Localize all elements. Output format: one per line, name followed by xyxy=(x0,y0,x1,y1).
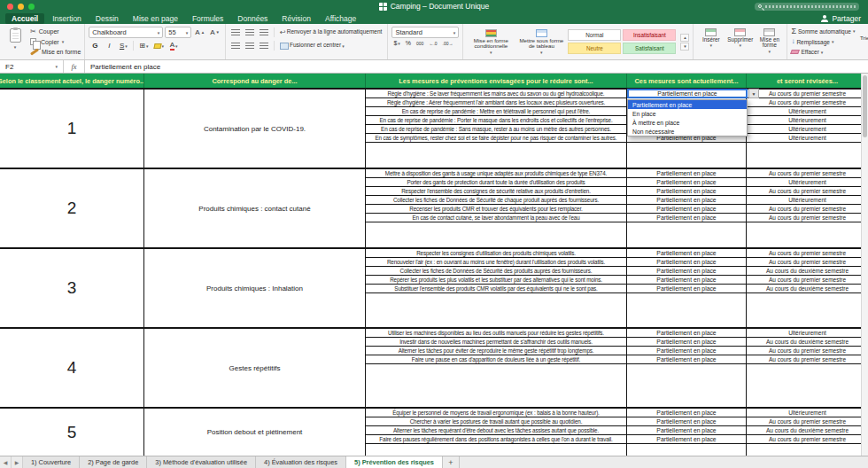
revision-cell[interactable]: Ultérieurement xyxy=(747,125,868,133)
active-cell-f2[interactable]: Partiellement en place xyxy=(627,89,748,98)
currency-format-button[interactable]: $ ▾ xyxy=(391,40,401,46)
status-cell[interactable]: Partiellement en place xyxy=(627,435,747,443)
status-cell[interactable]: Partiellement en place xyxy=(627,178,747,186)
decrease-font-button[interactable]: A ▼ xyxy=(208,27,221,38)
borders-button[interactable]: ⊞ ▾ xyxy=(137,40,150,51)
measure-cell[interactable]: Mettre à disposition des gants à usage u… xyxy=(366,169,627,177)
ribbon-tab-affichage[interactable]: Affichage xyxy=(319,13,362,24)
styles-gallery-down-button[interactable]: ▼ xyxy=(680,43,689,51)
revision-cell[interactable]: Au cours du deuxième semestre xyxy=(747,426,868,434)
header-measures[interactable]: Les mesures de préventions envisagées po… xyxy=(366,74,627,88)
revision-cell[interactable]: Au cours du premier semestre xyxy=(747,90,868,98)
revision-cell[interactable]: Au cours du premier semestre xyxy=(747,214,868,222)
underline-button[interactable]: S ▾ xyxy=(117,40,129,51)
align-right-button[interactable] xyxy=(258,40,270,51)
measure-cell[interactable]: Repérer les produits les plus volatils e… xyxy=(366,276,627,284)
dropdown-option[interactable]: Partiellement en place xyxy=(628,100,747,109)
revision-cell[interactable]: Au cours du premier semestre xyxy=(747,417,868,425)
sheet-tab-methode-evaluation[interactable]: 3) Méthode d'évaluation utilisée xyxy=(147,456,256,468)
measure-cell[interactable]: Collecter les fiches de Données de Sécur… xyxy=(366,196,627,204)
italic-button[interactable]: I xyxy=(103,40,115,51)
sheet-tab-page-de-garde[interactable]: 2) Page de garde xyxy=(80,456,147,468)
font-size-select[interactable]: 55 ▾ xyxy=(165,27,191,38)
status-cell[interactable]: Partiellement en place xyxy=(627,276,747,284)
cell-style-satisfaisant[interactable]: Satisfaisant xyxy=(623,43,676,54)
measure-cell[interactable]: Collecter les fiches de Données de Sécur… xyxy=(366,267,627,275)
dropdown-arrow-button[interactable]: ▼ xyxy=(748,89,759,98)
revision-cell[interactable]: Au cours du premier semestre xyxy=(747,169,868,177)
number-format-select[interactable]: Standard ▾ xyxy=(391,27,459,38)
revision-cell[interactable]: Au cours du premier semestre xyxy=(747,187,868,195)
measure-cell[interactable]: Alterner les tâches requérant d'être deb… xyxy=(366,426,627,434)
align-top-button[interactable] xyxy=(229,27,242,38)
share-button[interactable]: Partager xyxy=(821,14,861,23)
cut-button[interactable]: ✂ Couper xyxy=(30,27,81,36)
autosum-button[interactable]: Σ Somme automatique ▾ xyxy=(791,27,855,36)
paste-button[interactable]: ▾ xyxy=(4,27,27,57)
revision-cell[interactable]: Ultérieurement xyxy=(747,107,868,115)
align-bottom-button[interactable] xyxy=(258,27,270,38)
name-box[interactable]: F2 ▾ xyxy=(0,60,64,73)
danger-number-cell[interactable]: 2 xyxy=(0,169,144,247)
revision-cell[interactable]: Ultérieurement xyxy=(747,178,868,186)
ribbon-tab-mise-en-page[interactable]: Mise en page xyxy=(127,13,184,24)
measure-cell[interactable]: En cas de reprise de pandémie : Sans mas… xyxy=(366,125,627,133)
status-cell[interactable]: Partiellement en place xyxy=(627,249,747,257)
status-cell[interactable]: Partiellement en place xyxy=(627,355,747,363)
delete-cells-button[interactable]: Supprimer ▾ xyxy=(726,27,754,57)
insert-cells-button[interactable]: Insérer ▾ xyxy=(697,27,725,57)
header-danger[interactable]: Correspond au danger de... xyxy=(144,74,366,88)
align-middle-button[interactable] xyxy=(244,27,256,38)
revision-cell[interactable]: Au cours du premier semestre xyxy=(747,355,868,363)
revision-cell[interactable]: Ultérieurement xyxy=(747,134,868,142)
revision-cell[interactable]: Ultérieurement xyxy=(747,196,868,204)
danger-number-cell[interactable]: 3 xyxy=(0,249,144,327)
measure-cell[interactable]: Équiper le personnel de moyens de travai… xyxy=(366,409,627,417)
status-cell[interactable]: Partiellement en place xyxy=(627,258,747,266)
ribbon-tab-dessin[interactable]: Dessin xyxy=(89,13,125,24)
status-cell[interactable]: Partiellement en place xyxy=(627,329,747,337)
status-cell[interactable]: Partiellement en place xyxy=(627,347,747,355)
revision-cell[interactable]: Au cours du premier semestre xyxy=(747,276,868,284)
status-cell[interactable]: Partiellement en place xyxy=(627,409,747,417)
zoom-window-button[interactable] xyxy=(28,4,35,10)
revision-cell[interactable]: Au cours du deuxième semestre xyxy=(747,285,868,292)
format-as-table-button[interactable]: Mettre sous forme de tableau ▾ xyxy=(517,28,565,55)
dropdown-option[interactable]: À mettre en place xyxy=(628,118,747,127)
measure-cell[interactable]: Règle d'hygiène : Aérer fréquemment l'ai… xyxy=(366,98,627,106)
cell-style-neutre[interactable]: Neutre xyxy=(568,43,621,54)
status-cell[interactable]: Partiellement en place xyxy=(627,417,747,425)
formula-input[interactable]: Partiellement en place xyxy=(85,60,868,73)
measure-cell[interactable]: En cas de reprise de pandémie : Mettre e… xyxy=(366,107,627,115)
measure-cell[interactable]: En cas de symptômes, rester chez soi et … xyxy=(366,134,627,142)
merge-center-button[interactable]: Fusionner et centrer ▾ xyxy=(278,40,346,51)
measure-cell[interactable]: Faire une pause en cas d'apparition de d… xyxy=(366,355,627,363)
revision-cell[interactable]: Ultérieurement xyxy=(747,409,868,417)
bold-button[interactable]: G xyxy=(89,40,101,51)
revision-cell[interactable]: Au cours du premier semestre xyxy=(747,347,868,355)
measure-cell[interactable]: Renouveler l'air (ex : en ouvrant au moi… xyxy=(366,258,627,266)
decrease-decimal-button[interactable]: ←.0 xyxy=(427,41,438,46)
conditional-formatting-button[interactable]: Mise en forme conditionnelle ▾ xyxy=(467,28,515,55)
revision-cell[interactable]: Au cours du premier semestre xyxy=(747,435,868,443)
revision-cell[interactable]: Ultérieurement xyxy=(747,329,868,337)
status-cell[interactable]: Partiellement en place xyxy=(627,285,747,292)
header-danger-number[interactable]: Selon le classement actuel, le danger nu… xyxy=(0,74,144,88)
danger-label-cell[interactable]: Produits chimiques : contact cutané xyxy=(144,169,366,247)
sheet-tab-evaluation-des-risques[interactable]: 4) Évaluation des risques xyxy=(256,456,346,468)
ribbon-tab-insertion[interactable]: Insertion xyxy=(46,13,88,24)
sheet-tab-couverture[interactable]: 1) Couverture xyxy=(23,456,80,468)
ribbon-tab-accueil[interactable]: Accueil xyxy=(5,13,44,24)
fill-button[interactable]: ↓ Remplissage ▾ xyxy=(791,37,855,47)
danger-label-cell[interactable]: Position debout et piétinement xyxy=(144,409,366,456)
header-status[interactable]: Ces mesures sont actuellement... xyxy=(627,74,747,88)
sort-filter-button[interactable]: Trier et filtrer xyxy=(858,27,868,57)
measure-cell[interactable]: En cas de contact cutané, se laver abond… xyxy=(366,214,627,222)
sheet-tab-prevention-des-risques[interactable]: 5) Prévention des risques xyxy=(346,456,443,468)
titlebar-search-input[interactable] xyxy=(755,3,859,11)
status-cell[interactable]: Partiellement en place xyxy=(627,205,747,213)
status-cell[interactable]: Partiellement en place xyxy=(627,214,747,222)
sheet-nav-right-button[interactable]: ▶ xyxy=(12,456,23,468)
format-painter-button[interactable]: Mise en forme xyxy=(30,47,81,57)
status-cell[interactable]: Partiellement en place xyxy=(627,338,747,346)
